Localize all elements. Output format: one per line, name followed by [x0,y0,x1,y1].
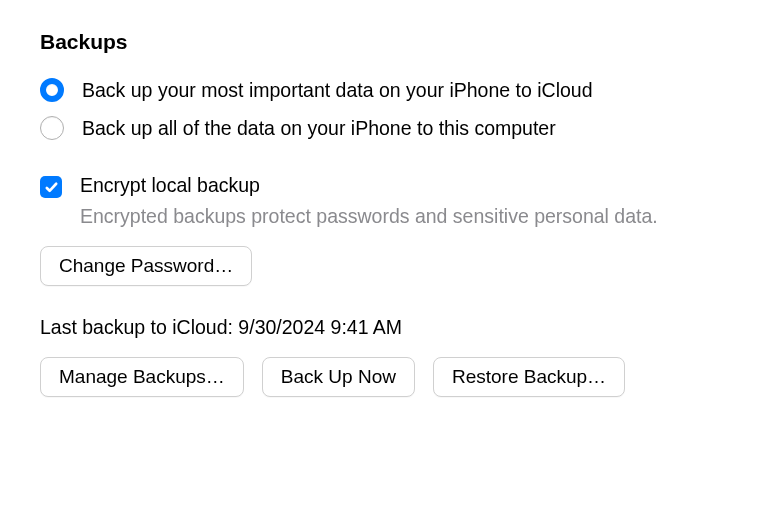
radio-label-local: Back up all of the data on your iPhone t… [82,117,556,140]
checkbox-label-encrypt: Encrypt local backup [80,174,658,197]
change-password-button[interactable]: Change Password… [40,246,252,286]
radio-row-icloud[interactable]: Back up your most important data on your… [40,78,724,102]
last-backup-text: Last backup to iCloud: 9/30/2024 9:41 AM [40,316,724,339]
radio-label-icloud: Back up your most important data on your… [82,79,593,102]
checkbox-checked-icon [40,176,62,198]
radio-row-local[interactable]: Back up all of the data on your iPhone t… [40,116,724,140]
restore-backup-button[interactable]: Restore Backup… [433,357,625,397]
radio-icon [40,78,64,102]
button-row-actions: Manage Backups… Back Up Now Restore Back… [40,357,724,397]
section-title-backups: Backups [40,30,724,54]
checkbox-row-encrypt[interactable]: Encrypt local backup Encrypted backups p… [40,174,724,228]
radio-icon [40,116,64,140]
manage-backups-button[interactable]: Manage Backups… [40,357,244,397]
checkbox-description-encrypt: Encrypted backups protect passwords and … [80,205,658,228]
back-up-now-button[interactable]: Back Up Now [262,357,415,397]
checkbox-text-wrap: Encrypt local backup Encrypted backups p… [80,174,658,228]
button-row-password: Change Password… [40,246,724,286]
